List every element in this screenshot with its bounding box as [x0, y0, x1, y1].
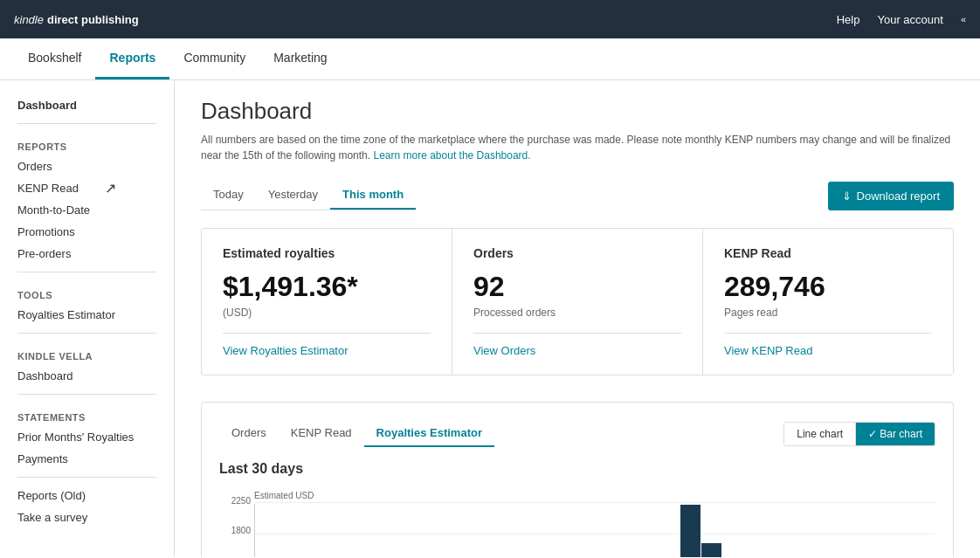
line-chart-button[interactable]: Line chart [783, 422, 856, 446]
sidebar-section-reports: REPORTS [0, 131, 174, 155]
stat-label-royalties: Estimated royalties [223, 246, 431, 260]
stat-divider-royalties [223, 333, 431, 334]
stat-value-kenp: 289,746 [724, 271, 932, 303]
chart-tabs: Orders KENP Read Royalties Estimator [219, 420, 494, 447]
chart-type-buttons: Line chart ✓ Bar chart [783, 422, 935, 446]
sidebar-item-orders[interactable]: Orders [0, 155, 174, 177]
stat-sub-orders: Processed orders [473, 307, 681, 319]
sidebar-item-prior-months[interactable]: Prior Months' Royalties [0, 426, 174, 448]
logo-kindle: kindle [14, 13, 44, 26]
date-tabs-row: Today Yesterday This month ⇓ Download re… [201, 181, 954, 210]
bars-container [255, 504, 935, 557]
chart-container: Estimated USD 0 450 900 1350 1800 2250 [219, 491, 935, 557]
stat-card-royalties: Estimated royalties $1,491.36* (USD) Vie… [202, 229, 452, 375]
sidebar-item-promotions[interactable]: Promotions [0, 221, 174, 243]
learn-more-link[interactable]: Learn more about the Dashboard. [373, 149, 530, 162]
top-navigation: kindle direct publishing Help Your accou… [0, 0, 980, 38]
stat-divider-kenp [724, 333, 932, 334]
download-icon: ⇓ [842, 189, 852, 203]
stat-sub-kenp: Pages read [724, 307, 932, 319]
stat-sub-royalties: (USD) [223, 307, 431, 319]
logo-direct-publishing: direct publishing [47, 13, 139, 26]
sidebar-section-statements: STATEMENTS [0, 402, 174, 426]
stats-row: Estimated royalties $1,491.36* (USD) Vie… [201, 228, 954, 375]
bar-21 [701, 543, 721, 557]
nav-marketing[interactable]: Marketing [259, 38, 341, 79]
sidebar-item-take-survey[interactable]: Take a survey [0, 506, 174, 528]
sidebar-divider-5 [17, 477, 156, 478]
stat-divider-orders [473, 333, 681, 334]
bar-chart-button[interactable]: ✓ Bar chart [856, 422, 935, 446]
stat-value-royalties: $1,491.36* [223, 271, 431, 303]
sidebar-divider-3 [17, 333, 156, 334]
top-nav-right: Help Your account « [837, 13, 966, 26]
page-title: Dashboard [201, 98, 954, 125]
secondary-navigation: Bookshelf Reports Community Marketing [0, 38, 980, 80]
chart-title: Last 30 days [219, 461, 935, 477]
sidebar-item-royalties-estimator[interactable]: Royalties Estimator [0, 304, 174, 326]
stat-link-orders[interactable]: View Orders [473, 344, 535, 357]
sidebar-item-reports-old[interactable]: Reports (Old) [0, 485, 174, 506]
sidebar: Dashboard REPORTS Orders KENP Read ↗ Mon… [0, 80, 175, 557]
date-tabs: Today Yesterday This month [201, 181, 416, 210]
stat-link-royalties[interactable]: View Royalties Estimator [223, 344, 349, 357]
y-axis-title: Estimated USD [254, 491, 935, 500]
tab-this-month[interactable]: This month [330, 181, 416, 210]
sidebar-divider-1 [17, 123, 156, 124]
nav-bookshelf[interactable]: Bookshelf [14, 38, 95, 79]
kdp-logo: kindle direct publishing [14, 13, 139, 26]
stat-label-orders: Orders [473, 246, 681, 260]
y-label-1800: 1800 [231, 526, 251, 535]
tab-yesterday[interactable]: Yesterday [256, 181, 330, 210]
stat-link-kenp[interactable]: View KENP Read [724, 344, 812, 357]
stat-value-orders: 92 [473, 271, 681, 303]
sidebar-item-payments[interactable]: Payments [0, 448, 174, 470]
sidebar-item-vella-dashboard[interactable]: Dashboard [0, 365, 174, 387]
help-link[interactable]: Help [837, 13, 860, 26]
sidebar-section-tools: TOOLS [0, 279, 174, 304]
y-axis-labels: 0 450 900 1350 1800 2250 [219, 504, 254, 557]
chart-section: Orders KENP Read Royalties Estimator Lin… [201, 402, 954, 557]
chevron-icon: « [961, 14, 966, 24]
sidebar-dashboard-link[interactable]: Dashboard [0, 94, 174, 116]
nav-reports[interactable]: Reports [95, 38, 169, 79]
chart-grid [254, 504, 935, 557]
logo-area: kindle direct publishing [14, 13, 139, 26]
y-label-2250: 2250 [231, 496, 251, 506]
grid-line-5 [255, 502, 935, 503]
main-content: Dashboard All numbers are based on the t… [175, 80, 980, 557]
main-layout: Dashboard REPORTS Orders KENP Read ↗ Mon… [0, 80, 980, 557]
tab-today[interactable]: Today [201, 181, 256, 210]
chart-tabs-row: Orders KENP Read Royalties Estimator Lin… [219, 420, 935, 447]
sidebar-item-pre-orders[interactable]: Pre-orders [0, 243, 174, 265]
sidebar-divider-4 [17, 394, 156, 395]
sidebar-item-kenp-read[interactable]: KENP Read ↗ [0, 177, 174, 199]
account-link[interactable]: Your account [877, 13, 942, 26]
stat-card-orders: Orders 92 Processed orders View Orders [452, 229, 703, 375]
bar-20 [680, 505, 700, 557]
sidebar-section-kindle-vella: KINDLE VELLA [0, 341, 174, 365]
download-report-button[interactable]: ⇓ Download report [828, 182, 954, 210]
sidebar-item-month-to-date[interactable]: Month-to-Date [0, 199, 174, 221]
nav-community[interactable]: Community [169, 38, 259, 79]
chart-tab-royalties-estimator[interactable]: Royalties Estimator [364, 420, 494, 447]
chart-tab-orders[interactable]: Orders [219, 420, 279, 447]
chart-tab-kenp-read[interactable]: KENP Read [279, 420, 364, 447]
stat-label-kenp: KENP Read [724, 246, 932, 260]
chart-body: 0 450 900 1350 1800 2250 [219, 504, 935, 557]
stat-card-kenp: KENP Read 289,746 Pages read View KENP R… [703, 229, 953, 375]
page-subtitle: All numbers are based on the time zone o… [201, 132, 954, 163]
sidebar-divider-2 [17, 272, 156, 272]
